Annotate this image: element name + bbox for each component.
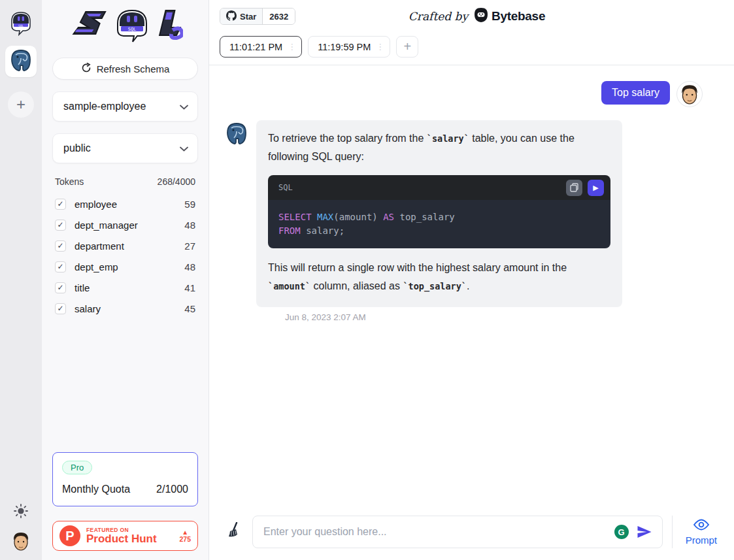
table-checkbox[interactable]: ✓ — [55, 240, 66, 252]
run-code-button[interactable]: ▶ — [588, 180, 604, 196]
star-label: Star — [240, 12, 256, 22]
code-block-body: SELECT MAX(amount) AS top_salary FROM sa… — [268, 200, 610, 248]
assistant-postgres-avatar-icon — [225, 122, 248, 145]
table-token-count: 41 — [184, 282, 195, 293]
svg-text:SQL: SQL — [127, 27, 136, 32]
code-language-label: SQL — [278, 178, 293, 197]
assistant-message-bubble: To retrieve the top salary from the `sal… — [256, 120, 622, 307]
table-checkbox[interactable]: ✓ — [55, 261, 66, 272]
connection-selected-value: sample-employee — [63, 101, 146, 112]
github-icon — [226, 10, 237, 23]
product-hunt-icon: P — [59, 525, 80, 546]
sql-code-block: SQL ▶ SELECT MA — [268, 175, 610, 248]
table-row: ✓dept_emp48 — [52, 256, 198, 277]
play-icon: ▶ — [593, 184, 598, 192]
tokens-label: Tokens — [55, 176, 84, 187]
table-checkbox[interactable]: ✓ — [55, 199, 66, 210]
crafted-by: Crafted by Bytebase — [220, 5, 734, 27]
code-block-header: SQL ▶ — [268, 175, 610, 200]
conversation-postgres[interactable] — [5, 46, 37, 77]
account-avatar[interactable] — [10, 530, 32, 552]
product-hunt-name: Product Hunt — [86, 533, 157, 545]
product-hunt-badge[interactable]: P FEATURED ON Product Hunt ▲ 275 — [52, 521, 198, 551]
table-list: ✓employee59✓dept_manager48✓department27✓… — [52, 193, 198, 319]
prompt-label: Prompt — [686, 535, 717, 546]
prompt-button[interactable]: Prompt — [682, 518, 726, 546]
table-token-count: 45 — [184, 303, 195, 314]
table-name: employee — [75, 199, 184, 210]
user-avatar — [676, 81, 703, 107]
send-button[interactable] — [636, 524, 652, 542]
quota-value: 2/1000 — [156, 484, 188, 495]
assistant-paragraph-2: This will return a single row with the h… — [268, 259, 610, 295]
table-token-count: 48 — [184, 261, 195, 272]
table-name: title — [75, 282, 184, 293]
theme-toggle-icon[interactable] — [14, 504, 28, 521]
conversation-sqlchat-bot[interactable]: SQL — [5, 9, 37, 41]
bytebase-link[interactable]: Bytebase — [473, 7, 545, 25]
star-count: 2632 — [263, 8, 295, 24]
message-list: Top salary — [209, 65, 734, 516]
refresh-icon — [81, 63, 92, 75]
new-conversation-button[interactable]: + — [8, 91, 34, 118]
product-hunt-upvotes: ▲ 275 — [179, 529, 191, 543]
eye-icon — [693, 518, 710, 533]
conversation-tab[interactable]: 11:19:59 PM⋮ — [308, 36, 390, 58]
conversation-tab[interactable]: 11:01:21 PM⋮ — [220, 36, 302, 58]
new-tab-button[interactable]: + — [396, 36, 418, 58]
table-row: ✓title41 — [52, 277, 198, 298]
table-name: salary — [75, 303, 184, 314]
connection-select[interactable]: sample-employee — [52, 91, 198, 122]
table-checkbox[interactable]: ✓ — [55, 220, 66, 231]
chevron-down-icon — [180, 101, 188, 112]
table-row: ✓department27 — [52, 235, 198, 256]
refresh-schema-button[interactable]: Refresh Schema — [52, 58, 198, 80]
tab-label: 11:01:21 PM — [229, 42, 282, 52]
question-input[interactable] — [252, 516, 663, 548]
composer-divider — [672, 516, 673, 548]
message-timestamp: Jun 8, 2023 2:07 AM — [285, 312, 703, 322]
postgresql-elephant-icon — [9, 48, 33, 75]
table-token-count: 59 — [184, 199, 195, 210]
github-star-button[interactable]: Star 2632 — [220, 8, 295, 25]
table-row: ✓salary45 — [52, 298, 198, 319]
conversation-tabs: 11:01:21 PM⋮11:19:59 PM⋮+ — [220, 36, 734, 58]
user-message-bubble: Top salary — [601, 81, 670, 105]
schema-select[interactable]: public — [52, 133, 198, 163]
sqlchat-app: SQL + — [0, 0, 734, 560]
crafted-by-label: Crafted by — [409, 10, 468, 23]
chevron-down-icon — [180, 142, 188, 154]
bytebase-brand: Bytebase — [492, 9, 545, 24]
table-checkbox[interactable]: ✓ — [55, 303, 66, 314]
table-row: ✓dept_manager48 — [52, 214, 198, 235]
user-message-row: Top salary — [225, 81, 703, 107]
table-token-count: 27 — [184, 240, 195, 252]
table-name: department — [75, 240, 184, 252]
quota-label: Monthly Quota — [62, 484, 130, 495]
svg-text:SQL: SQL — [18, 24, 24, 27]
tokens-summary: Tokens 268/4000 — [55, 176, 195, 187]
tab-menu-dots-icon[interactable]: ⋮ — [376, 42, 384, 52]
table-name: dept_manager — [75, 220, 184, 231]
chat-main: Star 2632 Crafted by — [209, 0, 734, 560]
conversation-rail: SQL + — [0, 0, 42, 560]
table-token-count: 48 — [184, 220, 195, 231]
sqlchat-bot-avatar-icon: SQL — [8, 10, 33, 39]
tab-menu-dots-icon[interactable]: ⋮ — [288, 42, 296, 52]
table-checkbox[interactable]: ✓ — [55, 282, 66, 293]
chat-header: Star 2632 Crafted by — [209, 0, 734, 65]
quota-card: Pro Monthly Quota 2/1000 — [52, 452, 198, 506]
copy-code-button[interactable] — [566, 180, 582, 196]
schema-selected-value: public — [63, 142, 91, 154]
assistant-message-row: To retrieve the top salary from the `sal… — [225, 120, 703, 307]
sqlchat-logo: SQL — [52, 5, 198, 52]
table-name: dept_emp — [75, 261, 184, 272]
schema-sidebar: SQL Refresh Schema sample-employee — [42, 0, 209, 560]
bytebase-logo-icon — [473, 7, 489, 25]
tokens-value: 268/4000 — [158, 176, 195, 187]
clear-conversation-broom-icon[interactable] — [227, 522, 243, 542]
table-row: ✓employee59 — [52, 193, 198, 214]
grammarly-icon[interactable]: G — [614, 525, 629, 539]
tab-label: 11:19:59 PM — [318, 42, 371, 52]
pro-badge: Pro — [62, 461, 92, 474]
